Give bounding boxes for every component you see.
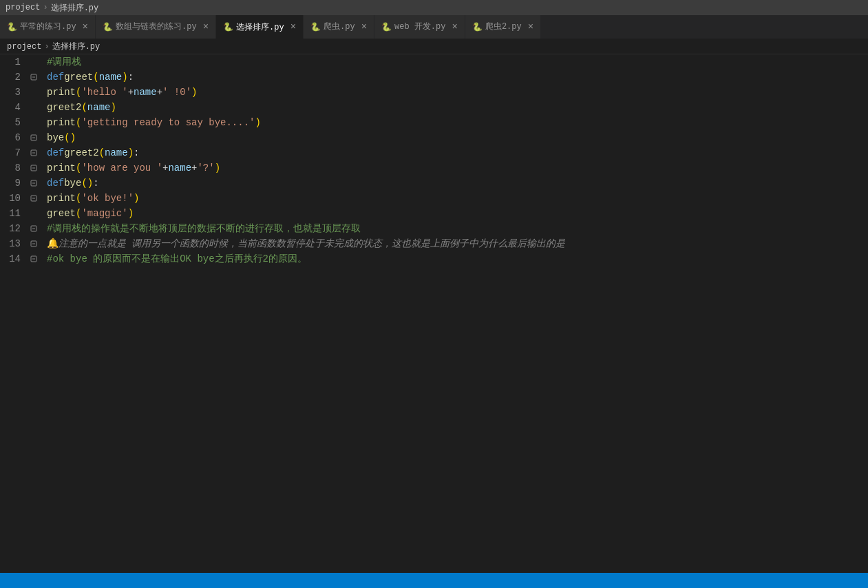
code-line: #调用栈 bbox=[47, 54, 868, 70]
line-numbers: 1234567891011121314 bbox=[0, 54, 28, 588]
line-num: 11 bbox=[7, 206, 21, 221]
fold-indicator[interactable] bbox=[28, 70, 40, 85]
fold-column bbox=[28, 54, 40, 588]
fold-indicator[interactable] bbox=[28, 176, 40, 191]
fold-indicator bbox=[28, 206, 40, 221]
code-line: #调用栈的操作就是不断地将顶层的数据不断的进行存取，也就是顶层存取 bbox=[47, 221, 868, 236]
code-line: def greet(name): bbox=[47, 70, 868, 85]
line-num: 12 bbox=[7, 221, 21, 236]
tab-close-btn[interactable]: × bbox=[203, 22, 209, 32]
tab-label: web 开发.py bbox=[394, 21, 445, 32]
line-num: 14 bbox=[7, 251, 21, 266]
title-sep: › bbox=[43, 3, 47, 12]
fold-indicator[interactable] bbox=[28, 251, 40, 266]
tab-label: 爬虫.py bbox=[324, 21, 355, 32]
tab-bar: 🐍平常的练习.py×🐍数组与链表的练习.py×🐍选择排序.py×🐍爬虫.py×🐍… bbox=[0, 15, 868, 39]
code-line: print('hello ' + name + ' !0') bbox=[47, 85, 868, 100]
code-line: def greet2(name): bbox=[47, 145, 868, 160]
code-line: greet('maggic') bbox=[47, 206, 868, 221]
tab-icon: 🐍 bbox=[223, 22, 233, 32]
breadcrumb-project: project bbox=[7, 42, 41, 52]
tab-close-btn[interactable]: × bbox=[290, 22, 296, 32]
line-num: 7 bbox=[7, 145, 21, 160]
title-project: project bbox=[6, 3, 40, 12]
code-line: 🔔注意的一点就是 调用另一个函数的时候，当前函数数暂停处于未完成的状态，这也就是… bbox=[47, 236, 868, 251]
line-num: 6 bbox=[7, 130, 21, 145]
tab-icon: 🐍 bbox=[103, 22, 112, 32]
code-line: print('how are you '+ name + '?') bbox=[47, 160, 868, 176]
fold-indicator bbox=[28, 54, 40, 70]
code-line: print('getting ready to say bye....') bbox=[47, 115, 868, 130]
line-num: 8 bbox=[7, 160, 21, 176]
code-line: print('ok bye!') bbox=[47, 191, 868, 206]
line-num: 5 bbox=[7, 115, 21, 130]
tab-icon: 🐍 bbox=[472, 22, 482, 32]
fold-indicator[interactable] bbox=[28, 236, 40, 251]
status-bar bbox=[0, 573, 868, 588]
breadcrumb-file: 选择排序.py bbox=[52, 41, 100, 52]
fold-indicator[interactable] bbox=[28, 191, 40, 206]
line-num: 2 bbox=[7, 70, 21, 85]
title-file: 选择排序.py bbox=[51, 2, 99, 14]
code-content[interactable]: #调用栈def greet(name): print('hello ' + na… bbox=[40, 54, 868, 588]
tab-tab6[interactable]: 🐍爬虫2.py× bbox=[465, 15, 541, 39]
breadcrumb-bar: project › 选择排序.py bbox=[0, 39, 868, 54]
line-num: 1 bbox=[7, 54, 21, 70]
tab-close-btn[interactable]: × bbox=[361, 22, 367, 32]
tab-close-btn[interactable]: × bbox=[528, 22, 533, 32]
code-line: greet2(name) bbox=[47, 100, 868, 115]
fold-indicator[interactable] bbox=[28, 160, 40, 176]
tab-tab3[interactable]: 🐍选择排序.py× bbox=[216, 15, 304, 39]
fold-indicator[interactable] bbox=[28, 145, 40, 160]
code-line: #ok bye 的原因而不是在输出OK bye之后再执行2的原因。 bbox=[47, 251, 868, 266]
tab-label: 数组与链表的练习.py bbox=[116, 21, 197, 32]
line-num: 13 bbox=[7, 236, 21, 251]
title-bar: project › 选择排序.py bbox=[0, 0, 868, 15]
fold-indicator bbox=[28, 100, 40, 115]
line-num: 3 bbox=[7, 85, 21, 100]
tab-tab1[interactable]: 🐍平常的练习.py× bbox=[0, 15, 96, 39]
fold-indicator bbox=[28, 115, 40, 130]
code-line: def bye(): bbox=[47, 176, 868, 191]
tab-close-btn[interactable]: × bbox=[83, 22, 88, 32]
code-line: bye() bbox=[47, 130, 868, 145]
fold-indicator[interactable] bbox=[28, 130, 40, 145]
tab-icon: 🐍 bbox=[310, 22, 320, 32]
tab-tab4[interactable]: 🐍爬虫.py× bbox=[304, 15, 374, 39]
tab-label: 平常的练习.py bbox=[20, 21, 76, 32]
line-num: 9 bbox=[7, 176, 21, 191]
tab-tab5[interactable]: 🐍web 开发.py× bbox=[374, 15, 465, 39]
editor: 1234567891011121314 #调用栈def greet(name):… bbox=[0, 54, 868, 588]
breadcrumb-sep: › bbox=[44, 42, 49, 52]
tab-icon: 🐍 bbox=[7, 22, 17, 32]
line-num: 10 bbox=[7, 191, 21, 206]
tab-label: 爬虫2.py bbox=[485, 21, 522, 32]
fold-indicator bbox=[28, 85, 40, 100]
tab-label: 选择排序.py bbox=[236, 21, 284, 33]
tab-tab2[interactable]: 🐍数组与链表的练习.py× bbox=[96, 15, 216, 39]
tab-icon: 🐍 bbox=[381, 22, 391, 32]
tab-close-btn[interactable]: × bbox=[452, 22, 457, 32]
fold-indicator[interactable] bbox=[28, 221, 40, 236]
line-num: 4 bbox=[7, 100, 21, 115]
